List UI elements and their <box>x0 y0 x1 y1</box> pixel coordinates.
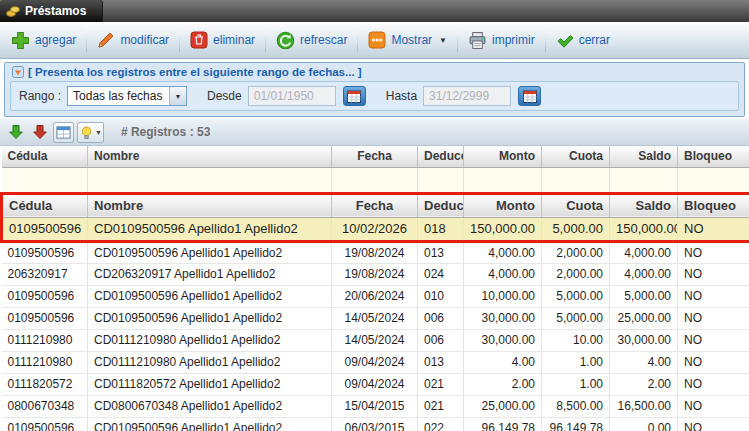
cell-monto: 4,000.00 <box>464 241 542 263</box>
filter-controls: Rango : Todas las fechas ▼ Desde Hasta <box>10 81 739 111</box>
column-header-monto[interactable]: Monto <box>464 193 542 217</box>
cell-fecha: 19/08/2024 <box>332 241 418 263</box>
desde-input[interactable] <box>248 86 336 106</box>
cell-deducc: 021 <box>418 395 464 417</box>
cell-cuota[interactable] <box>542 167 610 193</box>
cell-monto: 150,000.00 <box>464 217 542 241</box>
cell-nombre: CD0109500596 Apellido1 Apellido2 <box>88 307 332 329</box>
export-down-green-button[interactable] <box>5 122 26 143</box>
column-header-deducc[interactable]: Deducc <box>418 193 464 217</box>
column-header-bloqueo[interactable]: Bloqueo <box>678 146 749 167</box>
cell-saldo: 16,500.00 <box>610 395 678 417</box>
toolbar-separator <box>545 28 546 52</box>
refresh-button-label: refrescar <box>300 33 347 47</box>
cell-bloqueo[interactable] <box>678 167 749 193</box>
cell-cedula: 206320917 <box>2 263 88 285</box>
filter-row[interactable] <box>2 167 749 193</box>
table-row[interactable]: 0111820572CD0111820572 Apellido1 Apellid… <box>2 373 749 395</box>
hasta-input[interactable] <box>423 86 511 106</box>
cell-saldo[interactable] <box>610 167 678 193</box>
selected-row[interactable]: 0109500596CD0109500596 Apellido1 Apellid… <box>2 217 749 241</box>
cell-fecha: 14/05/2024 <box>332 307 418 329</box>
hasta-calendar-button[interactable] <box>518 86 541 106</box>
column-header-cedula[interactable]: Cédula <box>2 193 88 217</box>
cell-monto: 30,000.00 <box>464 329 542 351</box>
column-header-fecha[interactable]: Fecha <box>332 146 418 167</box>
rango-select[interactable]: Todas las fechas ▼ <box>67 86 187 106</box>
data-grid: CédulaNombreFechaDeduccMontoCuotaSaldoBl… <box>0 146 749 431</box>
bulb-icon <box>79 125 94 140</box>
table-row[interactable]: 0111210980CD0111210980 Apellido1 Apellid… <box>2 329 749 351</box>
column-header-cuota[interactable]: Cuota <box>542 146 610 167</box>
cell-monto: 25,000.00 <box>464 395 542 417</box>
column-header-cuota[interactable]: Cuota <box>542 193 610 217</box>
table-row[interactable]: 0109500596CD0109500596 Apellido1 Apellid… <box>2 241 749 263</box>
delete-button[interactable]: eliminar <box>183 27 262 53</box>
cell-nombre[interactable] <box>88 167 332 193</box>
window-grid-icon <box>56 125 71 140</box>
column-header-nombre[interactable]: Nombre <box>88 146 332 167</box>
column-header-saldo[interactable]: Saldo <box>610 146 678 167</box>
close-button-label: cerrar <box>579 33 610 47</box>
desde-calendar-button[interactable] <box>343 86 366 106</box>
registros-label: # Registros : <box>121 125 194 139</box>
cell-cedula: 0109500596 <box>2 417 88 431</box>
modify-button-label: modificar <box>120 33 169 47</box>
cell-nombre: CD0111210980 Apellido1 Apellido2 <box>88 351 332 373</box>
cell-monto[interactable] <box>464 167 542 193</box>
column-header-fecha[interactable]: Fecha <box>332 193 418 217</box>
cell-bloqueo: NO <box>678 417 749 431</box>
cell-bloqueo: NO <box>678 217 749 241</box>
grid-view-button[interactable] <box>53 122 74 143</box>
cell-cedula: 0111210980 <box>2 351 88 373</box>
red-down-arrow-icon <box>32 124 48 140</box>
table-row[interactable]: 0109500596CD0109500596 Apellido1 Apellid… <box>2 417 749 431</box>
cell-fecha: 14/05/2024 <box>332 329 418 351</box>
table-row[interactable]: 206320917CD206320917 Apellido1 Apellido2… <box>2 263 749 285</box>
cell-cuota: 1.00 <box>542 373 610 395</box>
refresh-button[interactable]: refrescar <box>269 27 354 54</box>
cell-saldo: 0.00 <box>610 417 678 431</box>
cell-monto: 4.00 <box>464 351 542 373</box>
highlight-options-button[interactable]: ▼ <box>77 122 104 143</box>
show-button[interactable]: Mostrar ▼ <box>361 27 454 53</box>
print-button[interactable]: imprimir <box>461 27 542 54</box>
column-header-saldo[interactable]: Saldo <box>610 193 678 217</box>
column-header-monto[interactable]: Monto <box>464 146 542 167</box>
column-header-cedula[interactable]: Cédula <box>2 146 88 167</box>
cell-nombre: CD0109500596 Apellido1 Apellido2 <box>88 217 332 241</box>
cell-bloqueo: NO <box>678 307 749 329</box>
dots-icon <box>368 31 386 49</box>
table-row[interactable]: 0109500596CD0109500596 Apellido1 Apellid… <box>2 307 749 329</box>
collapse-icon[interactable] <box>12 66 24 78</box>
table-row[interactable]: 0109500596CD0109500596 Apellido1 Apellid… <box>2 285 749 307</box>
trash-icon <box>190 31 208 49</box>
filter-panel-title: [ Presenta los registros entre el siguie… <box>10 65 739 81</box>
desde-label: Desde <box>207 89 242 103</box>
cell-saldo: 2.00 <box>610 373 678 395</box>
cell-fecha[interactable] <box>332 167 418 193</box>
table-row[interactable]: 0800670348CD0800670348 Apellido1 Apellid… <box>2 395 749 417</box>
cell-deducc: 013 <box>418 351 464 373</box>
close-button[interactable]: cerrar <box>549 27 617 53</box>
cell-cedula: 0800670348 <box>2 395 88 417</box>
column-header-deducc[interactable]: Deducc <box>418 146 464 167</box>
cell-deducc[interactable] <box>418 167 464 193</box>
table-row[interactable]: 0111210980CD0111210980 Apellido1 Apellid… <box>2 351 749 373</box>
title-tab[interactable]: Préstamos <box>0 0 103 22</box>
add-button[interactable]: agregar <box>4 27 83 54</box>
window-title: Préstamos <box>25 4 86 18</box>
export-down-red-button[interactable] <box>29 122 50 143</box>
column-header-nombre[interactable]: Nombre <box>88 193 332 217</box>
cell-deducc: 006 <box>418 307 464 329</box>
cell-cedula: 0111210980 <box>2 329 88 351</box>
chevron-down-icon: ▼ <box>439 36 447 45</box>
column-header-bloqueo[interactable]: Bloqueo <box>678 193 749 217</box>
modify-button[interactable]: modificar <box>90 27 176 53</box>
prestamos-table: CédulaNombreFechaDeduccMontoCuotaSaldoBl… <box>0 146 749 431</box>
chevron-down-icon[interactable]: ▼ <box>169 87 186 105</box>
cell-cedula[interactable] <box>2 167 88 193</box>
cell-cedula: 0109500596 <box>2 241 88 263</box>
cell-bloqueo: NO <box>678 263 749 285</box>
delete-button-label: eliminar <box>213 33 255 47</box>
